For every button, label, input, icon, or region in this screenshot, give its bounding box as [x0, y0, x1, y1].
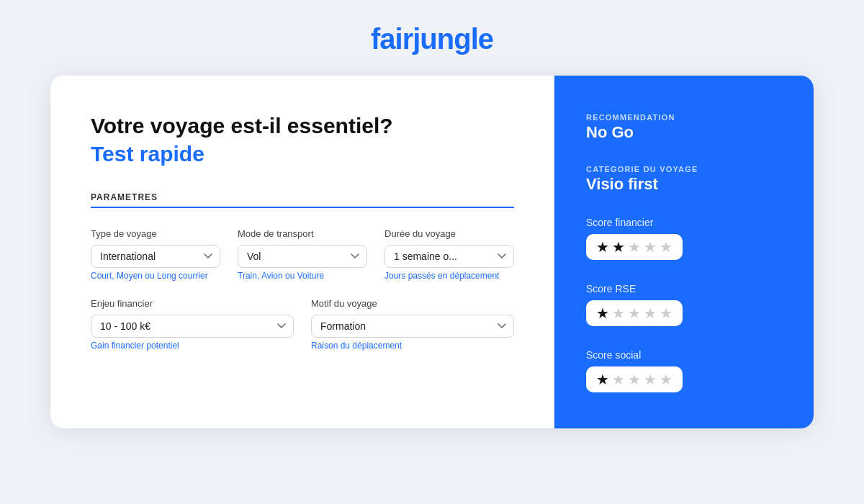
- section-divider: [91, 207, 514, 208]
- select-enjeu-financier[interactable]: 10 - 100 k€ < 10 k€ > 100 k€: [91, 315, 294, 338]
- recommendation-value: No Go: [586, 123, 782, 142]
- params-grid-bottom: Enjeu financier 10 - 100 k€ < 10 k€ > 10…: [91, 298, 514, 351]
- select-motif-voyage[interactable]: Formation Client Interne Recrutement: [311, 315, 514, 338]
- param-enjeu-financier: Enjeu financier 10 - 100 k€ < 10 k€ > 10…: [91, 298, 294, 351]
- score-social-label: Score social: [586, 349, 782, 361]
- hint-enjeu-financier: Gain financier potentiel: [91, 341, 294, 351]
- hint-mode-transport: Train, Avion ou Voiture: [238, 271, 367, 281]
- score-social-stars: ★ ★ ★ ★ ★: [586, 366, 683, 392]
- star-s5: ★: [660, 372, 672, 387]
- score-financier-row: Score financier ★ ★ ★ ★ ★: [586, 217, 782, 260]
- header: fairjungle: [0, 0, 864, 76]
- select-type-voyage[interactable]: International National Local: [91, 245, 220, 268]
- left-panel: Votre voyage est-il essentiel? Test rapi…: [50, 76, 554, 428]
- right-panel: RECOMMENDATION No Go CATEGORIE DU VOYAGE…: [554, 76, 814, 428]
- score-financier-stars: ★ ★ ★ ★ ★: [586, 234, 683, 260]
- star-s3: ★: [628, 372, 641, 387]
- categorie-label: CATEGORIE DU VOYAGE: [586, 165, 782, 174]
- param-mode-transport: Mode de transport Vol Train Voiture Trai…: [238, 228, 367, 281]
- star-r5: ★: [660, 306, 672, 320]
- label-enjeu-financier: Enjeu financier: [91, 298, 294, 309]
- params-grid-top: Type de voyage International National Lo…: [91, 228, 514, 281]
- star-f2: ★: [612, 240, 625, 254]
- star-s2: ★: [612, 372, 625, 387]
- param-motif-voyage: Motif du voyage Formation Client Interne…: [311, 298, 514, 351]
- score-social-row: Score social ★ ★ ★ ★ ★: [586, 349, 782, 392]
- select-duree-voyage[interactable]: 1 semaine o... < 1 semaine > 1 semaine: [384, 245, 514, 268]
- recommendation-label: RECOMMENDATION: [586, 113, 782, 122]
- categorie-value: Visio first: [586, 175, 782, 194]
- section-label: PARAMETRES: [91, 192, 514, 202]
- score-rse-label: Score RSE: [586, 283, 782, 294]
- star-r4: ★: [644, 306, 657, 320]
- star-s4: ★: [644, 372, 657, 387]
- star-r1: ★: [596, 306, 609, 320]
- main-card: Votre voyage est-il essentiel? Test rapi…: [50, 76, 814, 428]
- hint-type-voyage: Court, Moyen ou Long courrier: [91, 271, 220, 281]
- label-duree-voyage: Durée du voyage: [384, 228, 514, 239]
- hint-duree-voyage: Jours passés en déplacement: [384, 271, 514, 281]
- star-r2: ★: [612, 306, 625, 320]
- param-duree-voyage: Durée du voyage 1 semaine o... < 1 semai…: [384, 228, 514, 281]
- recommendation-row: RECOMMENDATION No Go: [586, 113, 782, 142]
- star-f5: ★: [660, 240, 672, 254]
- label-type-voyage: Type de voyage: [91, 228, 220, 239]
- logo-text: fairjungle: [371, 23, 493, 55]
- logo: fairjungle: [371, 23, 493, 55]
- star-f3: ★: [628, 240, 641, 254]
- subtitle: Test rapide: [91, 142, 514, 166]
- star-f1: ★: [596, 240, 609, 254]
- star-r3: ★: [628, 306, 641, 320]
- label-motif-voyage: Motif du voyage: [311, 298, 514, 309]
- label-mode-transport: Mode de transport: [238, 228, 367, 239]
- main-title: Votre voyage est-il essentiel?: [91, 113, 514, 139]
- select-mode-transport[interactable]: Vol Train Voiture: [238, 245, 367, 268]
- score-rse-stars: ★ ★ ★ ★ ★: [586, 300, 683, 326]
- star-f4: ★: [644, 240, 657, 254]
- hint-motif-voyage: Raison du déplacement: [311, 341, 514, 351]
- categorie-row: CATEGORIE DU VOYAGE Visio first: [586, 165, 782, 194]
- star-s1: ★: [596, 372, 609, 387]
- param-type-voyage: Type de voyage International National Lo…: [91, 228, 220, 281]
- score-financier-label: Score financier: [586, 217, 782, 228]
- score-rse-row: Score RSE ★ ★ ★ ★ ★: [586, 283, 782, 326]
